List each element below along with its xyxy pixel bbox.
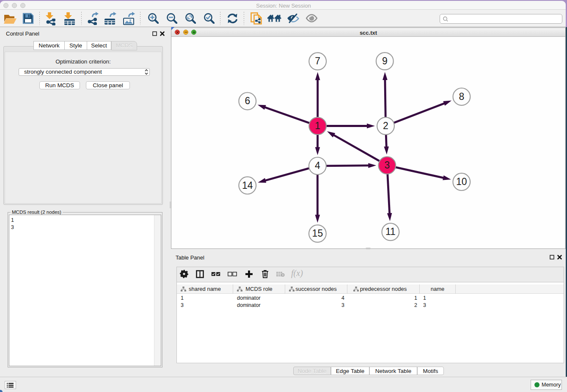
svg-text:3: 3: [384, 160, 390, 171]
svg-text:6: 6: [245, 95, 250, 106]
svg-text:9: 9: [382, 55, 388, 66]
svg-text:8: 8: [459, 91, 465, 102]
svg-text:10: 10: [456, 176, 467, 187]
svg-text:7: 7: [315, 55, 320, 66]
svg-text:11: 11: [385, 226, 396, 237]
svg-text:1: 1: [315, 120, 320, 131]
svg-text:14: 14: [242, 180, 253, 191]
svg-text:4: 4: [315, 160, 320, 171]
svg-text:2: 2: [383, 120, 388, 131]
svg-text:15: 15: [312, 228, 323, 239]
